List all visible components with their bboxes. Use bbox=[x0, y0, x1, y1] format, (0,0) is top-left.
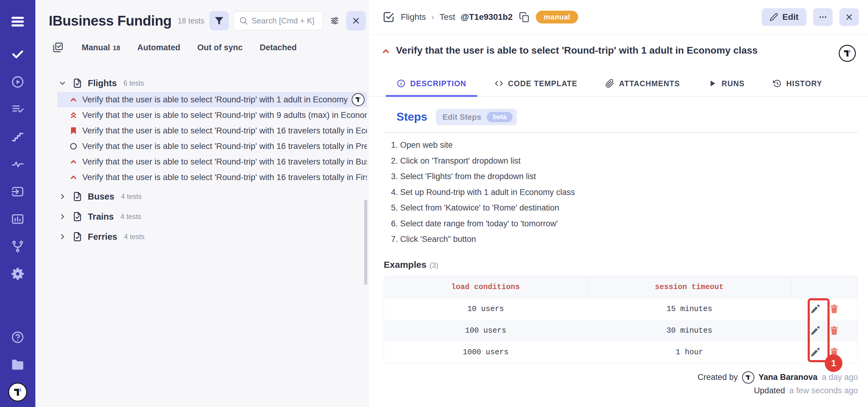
test-title-row: Verify that the user is able to select '… bbox=[369, 34, 868, 62]
tree-folder-flights[interactable]: Flights6 tests bbox=[35, 75, 368, 92]
examples-column-header: session timeout bbox=[587, 276, 792, 298]
folder-name: Trains bbox=[88, 212, 114, 222]
search-input[interactable] bbox=[252, 16, 318, 26]
import-signin-icon[interactable] bbox=[0, 178, 35, 205]
priority-normal-icon bbox=[69, 142, 78, 151]
test-tree-item[interactable]: Verify that the user is able to select '… bbox=[57, 92, 367, 107]
hamburger-menu-icon[interactable] bbox=[0, 8, 35, 35]
projects-folder-icon[interactable] bbox=[0, 351, 35, 378]
test-tree-item[interactable]: Verify that the user is able to select '… bbox=[57, 138, 367, 154]
check-square-icon bbox=[382, 11, 395, 23]
filter-funnel-button[interactable] bbox=[209, 11, 229, 30]
test-detail-panel: Flights › Test @T1e9301b2 manual Edit Ve… bbox=[368, 0, 868, 407]
test-tree-item[interactable]: Verify that the user is able to select '… bbox=[57, 170, 367, 185]
priority-critical-icon bbox=[69, 126, 78, 135]
steps-header: Steps Edit Steps beta bbox=[369, 97, 868, 125]
tree-folder-ferries[interactable]: Ferries4 tests bbox=[35, 228, 368, 245]
filter-tab-manual[interactable]: Manual18 bbox=[82, 43, 120, 53]
milestones-stairs-icon[interactable] bbox=[0, 123, 35, 151]
chevron-right-icon bbox=[58, 192, 67, 201]
test-tree-item[interactable]: Verify that the user is able to select '… bbox=[57, 123, 367, 138]
edit-steps-button[interactable]: Edit Steps beta bbox=[436, 109, 517, 125]
header-actions: Edit bbox=[762, 8, 859, 26]
step-item: 5. Select from 'Katowice' to 'Rome' dest… bbox=[391, 200, 868, 216]
examples-row: 100 users30 minutes bbox=[384, 320, 858, 342]
help-question-icon[interactable] bbox=[0, 323, 35, 351]
breadcrumb-folder[interactable]: Flights bbox=[401, 12, 426, 22]
close-icon bbox=[351, 16, 361, 26]
tab-history[interactable]: HISTORY bbox=[773, 79, 822, 96]
edit-row-button[interactable] bbox=[810, 304, 820, 314]
filter-settings-button[interactable] bbox=[328, 14, 341, 27]
test-id: @T1e9301b2 bbox=[461, 12, 513, 22]
meta-info: Created by Yana Baranova a day ago Updat… bbox=[369, 364, 868, 396]
close-filter-button[interactable] bbox=[346, 11, 366, 30]
tab-description[interactable]: DESCRIPTION bbox=[397, 79, 466, 96]
test-tree: Flights6 testsVerify that the user is ab… bbox=[35, 62, 368, 407]
filter-tab-automated[interactable]: Automated bbox=[137, 43, 180, 53]
chevron-right-icon bbox=[58, 232, 67, 241]
bulk-select-button[interactable] bbox=[51, 41, 65, 54]
filter-tab-detached[interactable]: Detached bbox=[260, 43, 297, 53]
settings-gear-icon[interactable] bbox=[0, 260, 35, 288]
code-icon bbox=[494, 79, 503, 88]
detail-header: Flights › Test @T1e9301b2 manual Edit bbox=[369, 0, 868, 34]
filter-tab-out-of-sync[interactable]: Out of sync bbox=[197, 43, 243, 53]
tests-count: 18 tests bbox=[178, 17, 205, 25]
priority-highest-icon bbox=[69, 111, 78, 120]
tests-check-icon[interactable] bbox=[0, 41, 35, 68]
folder-name: Flights bbox=[88, 78, 117, 88]
user-avatar[interactable] bbox=[8, 383, 27, 402]
edit-row-button[interactable] bbox=[810, 325, 820, 336]
examples-row: 10 users15 minutes bbox=[384, 298, 858, 320]
updated-time: a few seconds ago bbox=[789, 386, 858, 396]
clipboard-check-icon bbox=[52, 42, 64, 53]
branches-git-icon[interactable] bbox=[0, 233, 35, 260]
test-tree-item[interactable]: Verify that the user is able to select '… bbox=[57, 154, 367, 169]
test-label: Verify that the user is able to select '… bbox=[82, 142, 367, 151]
edit-button[interactable]: Edit bbox=[762, 8, 806, 26]
step-item: 4. Set up Round-trip with 1 adult in Eco… bbox=[391, 185, 868, 200]
more-options-button[interactable] bbox=[813, 8, 833, 26]
testomat-logo-icon bbox=[8, 383, 27, 402]
row-actions bbox=[792, 320, 858, 342]
tab-code-template[interactable]: CODE TEMPLATE bbox=[494, 79, 578, 96]
file-check-icon bbox=[72, 78, 83, 89]
examples-table: load conditionssession timeout10 users15… bbox=[384, 276, 858, 364]
sliders-icon bbox=[330, 16, 340, 26]
play-icon bbox=[708, 79, 717, 88]
step-item: 3. Select 'Flights' from the dropdown li… bbox=[391, 169, 868, 185]
pencil-icon bbox=[770, 13, 778, 21]
close-detail-button[interactable] bbox=[839, 8, 859, 26]
app-sidebar bbox=[0, 0, 35, 407]
examples-cell: 10 users bbox=[384, 298, 587, 320]
tab-attachments[interactable]: ATTACHMENTS bbox=[605, 79, 680, 96]
tree-folder-buses[interactable]: Buses4 tests bbox=[35, 188, 368, 205]
examples-count: (3) bbox=[429, 261, 438, 269]
search-box[interactable] bbox=[234, 11, 323, 30]
runs-play-icon[interactable] bbox=[0, 68, 35, 96]
tab-runs[interactable]: RUNS bbox=[708, 79, 745, 96]
test-tree-item[interactable]: Verify that the user is able to select '… bbox=[57, 107, 367, 123]
reports-bar-chart-icon[interactable] bbox=[0, 205, 35, 233]
delete-row-button[interactable] bbox=[829, 304, 839, 314]
test-label: Verify that the user is able to select '… bbox=[82, 110, 367, 120]
detail-body: Verify that the user is able to select '… bbox=[369, 34, 868, 407]
annotation-step-badge: 1 bbox=[825, 354, 842, 372]
tree-folder-trains[interactable]: Trains4 tests bbox=[35, 208, 368, 225]
plans-list-check-icon[interactable] bbox=[0, 96, 35, 123]
tree-scrollbar-thumb[interactable] bbox=[364, 199, 367, 285]
test-label: Verify that the user is able to select '… bbox=[82, 173, 367, 182]
analytics-pulse-icon[interactable] bbox=[0, 151, 35, 178]
copy-id-button[interactable] bbox=[519, 11, 530, 23]
examples-cell: 100 users bbox=[384, 320, 587, 342]
examples-column-header: load conditions bbox=[384, 276, 587, 298]
delete-row-button[interactable] bbox=[829, 325, 839, 336]
steps-heading: Steps bbox=[397, 111, 427, 123]
edit-row-button[interactable] bbox=[810, 347, 820, 357]
file-check-icon bbox=[72, 191, 83, 202]
test-title: Verify that the user is able to select '… bbox=[396, 45, 834, 56]
funnel-icon bbox=[214, 15, 224, 26]
search-icon bbox=[239, 16, 248, 25]
priority-high-icon bbox=[69, 157, 78, 166]
